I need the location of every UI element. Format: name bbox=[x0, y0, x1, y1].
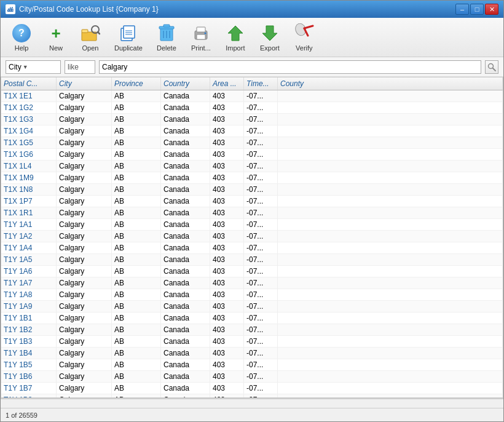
postal-link[interactable]: T1Y 1B6 bbox=[4, 372, 32, 381]
new-button[interactable]: + New bbox=[40, 20, 72, 55]
table-row[interactable]: T1Y 1A7 Calgary AB Canada 403 -07... bbox=[1, 277, 503, 289]
print-button[interactable]: Print... bbox=[185, 20, 217, 55]
table-row[interactable]: T1X 1M9 Calgary AB Canada 403 -07... bbox=[1, 172, 503, 184]
cell-country: Canada bbox=[161, 184, 210, 195]
cell-time: -07... bbox=[244, 207, 278, 218]
open-button[interactable]: Open bbox=[74, 20, 106, 55]
cell-postal: T1X 1M9 bbox=[1, 172, 57, 183]
table-row[interactable]: T1X 1G6 Calgary AB Canada 403 -07... bbox=[1, 149, 503, 161]
postal-link[interactable]: T1Y 1A8 bbox=[4, 290, 32, 299]
horizontal-scrollbar[interactable] bbox=[1, 398, 503, 408]
cell-city: Calgary bbox=[57, 289, 112, 300]
table-row[interactable]: T1X 1G2 Calgary AB Canada 403 -07... bbox=[1, 102, 503, 114]
postal-link[interactable]: T1X 1G2 bbox=[4, 103, 33, 112]
header-province[interactable]: Province bbox=[112, 78, 161, 90]
postal-link[interactable]: T1Y 1A2 bbox=[4, 232, 32, 241]
postal-link[interactable]: T1Y 1B1 bbox=[4, 314, 32, 322]
verify-button[interactable]: Verify bbox=[288, 20, 320, 55]
header-time[interactable]: Time... bbox=[244, 78, 278, 90]
table-row[interactable]: T1X 1N8 Calgary AB Canada 403 -07... bbox=[1, 184, 503, 196]
postal-link[interactable]: T1Y 1B4 bbox=[4, 349, 32, 357]
table-row[interactable]: T1Y 1A4 Calgary AB Canada 403 -07... bbox=[1, 242, 503, 254]
window-title: City/Postal Code Lookup List {Company 1} bbox=[19, 5, 159, 14]
table-row[interactable]: T1Y 1A5 Calgary AB Canada 403 -07... bbox=[1, 254, 503, 266]
postal-link[interactable]: T1X 1E1 bbox=[4, 92, 33, 100]
search-button[interactable] bbox=[485, 60, 498, 74]
postal-link[interactable]: T1X 1G5 bbox=[4, 138, 33, 147]
table-row[interactable]: T1Y 1B7 Calgary AB Canada 403 -07... bbox=[1, 383, 503, 394]
table-row[interactable]: T1X 1G4 Calgary AB Canada 403 -07... bbox=[1, 125, 503, 137]
cell-province: AB bbox=[112, 348, 161, 359]
postal-link[interactable]: T1Y 1A1 bbox=[4, 220, 32, 229]
header-postal[interactable]: Postal C... bbox=[1, 78, 57, 90]
minimize-button[interactable]: – bbox=[455, 4, 469, 15]
export-button[interactable]: Export bbox=[254, 20, 286, 55]
table-body: T1X 1E1 Calgary AB Canada 403 -07... T1X… bbox=[1, 90, 503, 397]
table-row[interactable]: T1Y 1A2 Calgary AB Canada 403 -07... bbox=[1, 231, 503, 242]
table-row[interactable]: T1Y 1B3 Calgary AB Canada 403 -07... bbox=[1, 336, 503, 348]
cell-county bbox=[278, 184, 503, 195]
cell-time: -07... bbox=[244, 394, 278, 397]
table-row[interactable]: T1Y 1A8 Calgary AB Canada 403 -07... bbox=[1, 289, 503, 301]
cell-postal: T1Y 1B8 bbox=[1, 394, 57, 397]
maximize-button[interactable]: □ bbox=[470, 4, 484, 15]
cell-time: -07... bbox=[244, 313, 278, 324]
table-row[interactable]: T1X 1G5 Calgary AB Canada 403 -07... bbox=[1, 137, 503, 149]
postal-link[interactable]: T1Y 1A7 bbox=[4, 279, 32, 287]
cell-country: Canada bbox=[161, 90, 210, 102]
table-row[interactable]: T1Y 1B1 Calgary AB Canada 403 -07... bbox=[1, 313, 503, 324]
table-row[interactable]: T1X 1E1 Calgary AB Canada 403 -07... bbox=[1, 90, 503, 102]
table-row[interactable]: T1Y 1B4 Calgary AB Canada 403 -07... bbox=[1, 348, 503, 359]
cell-province: AB bbox=[112, 102, 161, 113]
delete-button[interactable]: Delete bbox=[151, 20, 183, 55]
search-input[interactable] bbox=[99, 60, 481, 74]
toolbar: ? Help + New Open bbox=[1, 18, 503, 57]
postal-link[interactable]: T1Y 1B5 bbox=[4, 360, 32, 369]
table-row[interactable]: T1Y 1A6 Calgary AB Canada 403 -07... bbox=[1, 266, 503, 277]
postal-link[interactable]: T1X 1G6 bbox=[4, 150, 33, 159]
field-dropdown[interactable]: City ▼ bbox=[6, 60, 61, 74]
cell-time: -07... bbox=[244, 359, 278, 370]
cell-area: 403 bbox=[210, 231, 244, 242]
header-county[interactable]: County bbox=[278, 78, 503, 90]
table-row[interactable]: T1Y 1B5 Calgary AB Canada 403 -07... bbox=[1, 359, 503, 371]
cell-county bbox=[278, 324, 503, 335]
postal-link[interactable]: T1X 1G4 bbox=[4, 127, 33, 135]
table-row[interactable]: T1X 1G3 Calgary AB Canada 403 -07... bbox=[1, 114, 503, 125]
table-row[interactable]: T1Y 1B8 Calgary AB Canada 403 -07... bbox=[1, 394, 503, 397]
header-area[interactable]: Area ... bbox=[210, 78, 244, 90]
cell-province: AB bbox=[112, 149, 161, 160]
table-row[interactable]: T1Y 1A9 Calgary AB Canada 403 -07... bbox=[1, 301, 503, 313]
close-button[interactable]: ✕ bbox=[485, 4, 498, 15]
postal-link[interactable]: T1Y 1A4 bbox=[4, 244, 32, 252]
cell-time: -07... bbox=[244, 231, 278, 242]
postal-link[interactable]: T1Y 1B3 bbox=[4, 337, 32, 346]
import-button[interactable]: Import bbox=[219, 20, 251, 55]
postal-link[interactable]: T1Y 1A6 bbox=[4, 267, 32, 276]
svg-line-23 bbox=[304, 26, 313, 28]
postal-link[interactable]: T1Y 1A5 bbox=[4, 255, 32, 264]
duplicate-button[interactable]: Duplicate bbox=[109, 20, 148, 55]
postal-link[interactable]: T1X 1M9 bbox=[4, 173, 34, 182]
table-row[interactable]: T1X 1P7 Calgary AB Canada 403 -07... bbox=[1, 196, 503, 207]
table-row[interactable]: T1Y 1B2 Calgary AB Canada 403 -07... bbox=[1, 324, 503, 336]
new-label: New bbox=[49, 44, 63, 52]
header-country[interactable]: Country bbox=[161, 78, 210, 90]
help-button[interactable]: ? Help bbox=[6, 20, 37, 55]
postal-link[interactable]: T1X 1G3 bbox=[4, 115, 33, 124]
postal-link[interactable]: T1Y 1B8 bbox=[4, 396, 32, 397]
postal-link[interactable]: T1X 1N8 bbox=[4, 185, 33, 194]
postal-link[interactable]: T1X 1R1 bbox=[4, 209, 33, 217]
postal-link[interactable]: T1X 1P7 bbox=[4, 197, 33, 205]
table-row[interactable]: T1X 1R1 Calgary AB Canada 403 -07... bbox=[1, 207, 503, 219]
header-city[interactable]: City bbox=[57, 78, 112, 90]
cell-time: -07... bbox=[244, 383, 278, 394]
postal-link[interactable]: T1Y 1B2 bbox=[4, 325, 32, 334]
postal-link[interactable]: T1X 1L4 bbox=[4, 162, 31, 170]
table-row[interactable]: T1X 1L4 Calgary AB Canada 403 -07... bbox=[1, 161, 503, 172]
table-row[interactable]: T1Y 1A1 Calgary AB Canada 403 -07... bbox=[1, 219, 503, 231]
postal-link[interactable]: T1Y 1A9 bbox=[4, 302, 32, 311]
table-row[interactable]: T1Y 1B6 Calgary AB Canada 403 -07... bbox=[1, 371, 503, 383]
cell-city: Calgary bbox=[57, 184, 112, 195]
postal-link[interactable]: T1Y 1B7 bbox=[4, 384, 32, 392]
